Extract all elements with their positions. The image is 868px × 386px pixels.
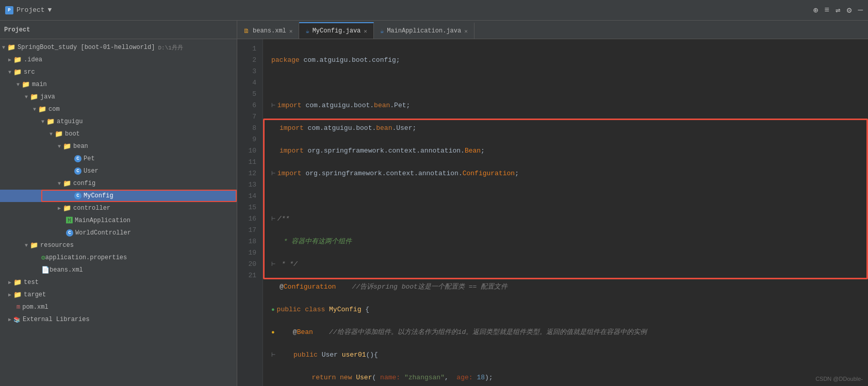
class-icon-user: C — [74, 167, 81, 175]
tab-close-beans[interactable]: ✕ — [289, 28, 293, 35]
watermark: CSDN @DDouble- — [815, 376, 863, 382]
code-line-9: * 容器中有这两个组件 — [271, 236, 868, 247]
props-icon: ⚙ — [41, 254, 45, 262]
tree-label-beans-xml: beans.xml — [50, 266, 83, 274]
code-line-10: ⊢ * */ — [271, 259, 868, 270]
code-content: package com.atguigu.boot.config; ⊢import… — [263, 39, 868, 386]
code-line-12: ●public class MyConfig { — [271, 304, 868, 315]
arrow-ext-lib: ▶ — [8, 316, 11, 323]
tree-label-test: test — [24, 279, 39, 286]
code-line-13: ● @Bean //给容器中添加组件。以方法名作为组件的id。返回类型就是组件类… — [271, 327, 868, 338]
tree-item-resources[interactable]: ▼ 📁 resources — [0, 239, 237, 251]
project-label[interactable]: Project — [17, 6, 45, 14]
folder-icon-atguigu: 📁 — [46, 118, 55, 126]
tree-item-bean[interactable]: ▼ 📁 bean — [0, 140, 237, 153]
tab-icon-main: ☕ — [380, 27, 384, 35]
folder-icon-test: 📁 — [13, 278, 22, 287]
folder-icon-resources: 📁 — [30, 241, 38, 249]
tab-myconfig[interactable]: ☕ MyConfig.java ✕ — [299, 22, 373, 39]
settings-icon[interactable]: ⚙ — [847, 5, 852, 15]
tree-item-pom[interactable]: m pom.xml — [0, 301, 237, 313]
arrow-test: ▶ — [8, 279, 11, 286]
tree-label-myconfig: MyConfig — [84, 192, 113, 199]
tree-item-user[interactable]: C User — [0, 165, 237, 177]
tab-close-myconfig[interactable]: ✕ — [364, 28, 367, 35]
tree-item-myconfig[interactable]: C MyConfig — [0, 190, 237, 202]
tree-item-ext-lib[interactable]: ▶ 📚 External Libraries — [0, 313, 237, 326]
tree-item-root[interactable]: ▼ 📁 SpringBoot_study [boot-01-helloworld… — [0, 41, 237, 54]
sidebar-header: Project — [0, 21, 237, 39]
arrow-target: ▶ — [8, 292, 11, 298]
folder-icon-config: 📁 — [63, 179, 71, 188]
arrow-src: ▼ — [8, 70, 11, 75]
tree-item-mainapplication[interactable]: 🅼 MainApplication — [0, 214, 237, 227]
tree-label-config: config — [73, 180, 95, 187]
line-numbers: 1 2 3 4 5 6 7 8 9 10 11 12 13 14 15 16 1… — [237, 39, 263, 386]
folder-icon-target: 📁 — [13, 291, 22, 299]
tree-item-idea[interactable]: ▶ 📁 .idea — [0, 54, 237, 66]
code-line-11: @Configuration //告诉spring boot这是一个配置类 ==… — [271, 281, 868, 293]
swap-icon[interactable]: ⇌ — [836, 5, 841, 15]
tree-label-java: java — [40, 93, 55, 100]
tree-label-mainapplication: MainApplication — [75, 217, 130, 224]
tree-label-bean: bean — [73, 143, 88, 150]
tree-item-test[interactable]: ▶ 📁 test — [0, 276, 237, 289]
tree-item-com[interactable]: ▼ 📁 com — [0, 103, 237, 115]
tree-item-beans-xml[interactable]: 📄 beans.xml — [0, 264, 237, 276]
tree-item-controller[interactable]: ▶ 📁 controller — [0, 202, 237, 214]
tree-item-config[interactable]: ▼ 📁 config — [0, 177, 237, 190]
tree-item-pet[interactable]: C Pet — [0, 153, 237, 165]
tree-item-boot[interactable]: ▼ 📁 boot — [0, 128, 237, 140]
tree-item-app-props[interactable]: ⚙ application.properties — [0, 251, 237, 264]
tree-label-resources: resources — [40, 242, 74, 249]
tab-icon-myconfig: ☕ — [305, 27, 309, 35]
code-line-3: ⊢import com.atguigu.boot.bean.Pet; — [271, 100, 868, 111]
root-suffix: D:\1丹丹 — [158, 44, 183, 52]
code-line-8: ⊢/** — [271, 213, 868, 225]
align-icon[interactable]: ≡ — [825, 6, 830, 15]
xml-icon: 📄 — [41, 266, 50, 274]
code-line-5: import org.springframework.context.annot… — [271, 145, 868, 157]
tab-beans[interactable]: 🗎 beans.xml ✕ — [237, 22, 299, 39]
code-line-1: package com.atguigu.boot.config; — [271, 55, 868, 66]
sidebar-title-label: Project — [4, 26, 30, 33]
tree-item-target[interactable]: ▶ 📁 target — [0, 289, 237, 301]
tree-label-pet: Pet — [84, 155, 95, 162]
code-line-6: ⊢import org.springframework.context.anno… — [271, 168, 868, 179]
tree-item-atguigu[interactable]: ▼ 📁 atguigu — [0, 115, 237, 128]
sidebar: Project ▼ 📁 SpringBoot_study [boot-01-he… — [0, 21, 237, 386]
arrow-root: ▼ — [2, 45, 5, 51]
tree-label-src: src — [24, 69, 35, 76]
folder-icon-idea: 📁 — [13, 56, 22, 64]
code-line-2 — [271, 77, 868, 89]
tree-item-src[interactable]: ▼ 📁 src — [0, 66, 237, 78]
code-scroll-area[interactable]: package com.atguigu.boot.config; ⊢import… — [263, 39, 868, 386]
tree-label-target: target — [24, 291, 46, 298]
lib-icon: 📚 — [13, 316, 21, 323]
tree-label-worldcontroller: WorldController — [75, 229, 131, 237]
dropdown-arrow[interactable]: ▼ — [48, 6, 52, 14]
tab-mainapplication[interactable]: ☕ MainApplication.java ✕ — [374, 22, 474, 39]
tree-item-worldcontroller[interactable]: C WorldController — [0, 227, 237, 239]
arrow-resources: ▼ — [25, 243, 28, 248]
tree-label-com: com — [48, 106, 60, 113]
tab-bar: 🗎 beans.xml ✕ ☕ MyConfig.java ✕ ☕ MainAp… — [237, 21, 868, 39]
project-icon: P — [5, 6, 13, 14]
tree-item-java[interactable]: ▼ 📁 java — [0, 91, 237, 103]
sidebar-content[interactable]: ▼ 📁 SpringBoot_study [boot-01-helloworld… — [0, 39, 237, 386]
title-bar-left: P Project ▼ — [5, 6, 52, 14]
tab-close-mainapplication[interactable]: ✕ — [464, 28, 468, 35]
title-bar: P Project ▼ ⊕ ≡ ⇌ ⚙ — — [0, 0, 868, 21]
code-editor[interactable]: 1 2 3 4 5 6 7 8 9 10 11 12 13 14 15 16 1… — [237, 39, 868, 386]
tree-label-idea: .idea — [24, 56, 42, 63]
folder-icon-boot: 📁 — [55, 130, 63, 138]
globe-icon[interactable]: ⊕ — [813, 5, 818, 15]
tree-item-main[interactable]: ▼ 📁 main — [0, 78, 237, 91]
arrow-bean: ▼ — [58, 144, 61, 149]
class-icon-myconfig: C — [74, 192, 81, 199]
minimize-icon[interactable]: — — [858, 6, 863, 15]
tab-label-myconfig: MyConfig.java — [313, 27, 361, 35]
folder-icon-bean: 📁 — [63, 142, 71, 150]
folder-icon-controller: 📁 — [63, 204, 71, 212]
tab-icon-beans: 🗎 — [243, 27, 250, 35]
